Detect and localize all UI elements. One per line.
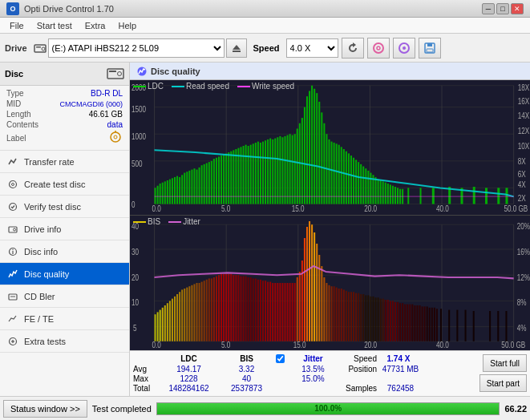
svg-rect-227 bbox=[206, 280, 208, 341]
svg-point-13 bbox=[118, 72, 122, 76]
svg-rect-299 bbox=[382, 299, 384, 341]
speed-select[interactable]: 4.0 X bbox=[286, 38, 338, 58]
svg-rect-98 bbox=[235, 149, 237, 204]
svg-rect-140 bbox=[338, 145, 340, 204]
svg-rect-320 bbox=[434, 308, 435, 341]
svg-rect-105 bbox=[253, 143, 254, 204]
chart-title: Disc quality bbox=[151, 67, 200, 76]
svg-rect-310 bbox=[409, 305, 411, 341]
bis-col-header: BIS bbox=[220, 354, 273, 363]
svg-rect-155 bbox=[375, 177, 377, 204]
jitter-checkbox[interactable] bbox=[274, 354, 285, 363]
max-jitter: 15.0% bbox=[287, 374, 339, 383]
svg-rect-84 bbox=[201, 165, 203, 204]
svg-rect-68 bbox=[162, 183, 164, 204]
eject-button[interactable] bbox=[226, 38, 247, 58]
toolbar: Drive (E:) ATAPI iHBS212 2 5L09 Speed 4.… bbox=[0, 34, 530, 63]
svg-rect-158 bbox=[382, 181, 384, 204]
disc-button[interactable] bbox=[367, 38, 390, 59]
minimize-button[interactable]: ─ bbox=[482, 3, 495, 14]
status-window-button[interactable]: Status window >> bbox=[3, 400, 87, 418]
svg-text:5: 5 bbox=[133, 323, 137, 333]
save-button[interactable] bbox=[419, 38, 441, 59]
nav-extra-tests[interactable]: Extra tests bbox=[0, 330, 129, 353]
jitter-check-input[interactable] bbox=[276, 354, 285, 363]
nav-disc-quality[interactable]: Disc quality bbox=[0, 263, 129, 285]
svg-rect-80 bbox=[191, 170, 192, 204]
svg-text:4X: 4X bbox=[518, 180, 526, 189]
svg-rect-255 bbox=[274, 283, 276, 341]
position-value: 47731 MB bbox=[378, 365, 423, 374]
bottom-legend: BIS Jitter bbox=[133, 217, 200, 226]
left-panel: Disc Type BD-R DL MID CMCMAGDI6 (000) Le… bbox=[0, 63, 130, 396]
mid-label: MID bbox=[6, 99, 21, 108]
cd-bler-icon bbox=[6, 290, 19, 303]
svg-rect-217 bbox=[181, 289, 183, 341]
nav-transfer-rate[interactable]: Transfer rate bbox=[0, 151, 129, 173]
svg-rect-269 bbox=[309, 221, 310, 341]
svg-rect-280 bbox=[336, 288, 338, 341]
close-button[interactable]: ✕ bbox=[511, 3, 524, 14]
svg-rect-263 bbox=[294, 283, 296, 341]
svg-rect-129 bbox=[311, 86, 313, 204]
menu-help[interactable]: Help bbox=[111, 19, 143, 32]
svg-rect-323 bbox=[448, 310, 450, 341]
nav-fe-te[interactable]: FE / TE bbox=[0, 308, 129, 330]
menu-file[interactable]: File bbox=[3, 19, 30, 32]
svg-rect-322 bbox=[440, 309, 442, 341]
svg-rect-237 bbox=[230, 274, 232, 341]
svg-rect-264 bbox=[297, 277, 298, 341]
drive-select[interactable]: (E:) ATAPI iHBS212 2 5L09 bbox=[48, 38, 225, 58]
svg-marker-3 bbox=[233, 45, 241, 50]
svg-rect-253 bbox=[269, 282, 271, 341]
svg-rect-148 bbox=[358, 162, 359, 204]
svg-rect-79 bbox=[188, 171, 190, 204]
max-label: Max bbox=[133, 374, 157, 383]
read-speed-legend-line bbox=[172, 86, 184, 87]
svg-rect-241 bbox=[240, 277, 241, 341]
menu-starttest[interactable]: Start test bbox=[30, 19, 79, 32]
menu-extra[interactable]: Extra bbox=[79, 19, 112, 32]
svg-rect-220 bbox=[188, 286, 190, 341]
svg-text:15.0: 15.0 bbox=[292, 204, 305, 213]
svg-rect-125 bbox=[301, 118, 303, 204]
nav-cd-bler[interactable]: CD Bler bbox=[0, 285, 129, 308]
speed-value-header: 1.74 X bbox=[378, 354, 419, 363]
drive-icon bbox=[34, 42, 47, 55]
svg-rect-89 bbox=[213, 159, 215, 204]
start-part-button[interactable]: Start part bbox=[479, 374, 527, 392]
svg-rect-139 bbox=[336, 143, 338, 204]
nav-disc-info[interactable]: Disc info bbox=[0, 240, 129, 263]
label-icon bbox=[108, 131, 123, 145]
svg-rect-270 bbox=[311, 224, 313, 341]
svg-rect-274 bbox=[321, 266, 322, 341]
disc-header: Disc bbox=[0, 63, 129, 86]
nav-create-test-disc[interactable]: Create test disc bbox=[0, 173, 129, 196]
svg-rect-305 bbox=[397, 302, 399, 341]
contents-value: data bbox=[107, 120, 123, 129]
svg-rect-69 bbox=[164, 181, 166, 204]
type-label: Type bbox=[6, 89, 24, 98]
svg-rect-106 bbox=[255, 143, 257, 204]
svg-rect-117 bbox=[281, 137, 283, 204]
burn-button[interactable] bbox=[393, 38, 415, 59]
position-label: Position bbox=[341, 365, 377, 374]
svg-text:12X: 12X bbox=[518, 126, 530, 135]
svg-rect-267 bbox=[304, 238, 305, 341]
avg-ldc: 194.17 bbox=[159, 365, 219, 374]
stats-controls: Start full Start part bbox=[479, 354, 527, 392]
svg-rect-10 bbox=[427, 43, 432, 46]
ldc-col-header: LDC bbox=[159, 354, 219, 363]
svg-rect-262 bbox=[292, 283, 293, 341]
svg-rect-230 bbox=[213, 277, 215, 341]
write-speed-legend: Write speed bbox=[237, 82, 294, 91]
nav-verify-test-disc[interactable]: Verify test disc bbox=[0, 196, 129, 218]
speed-header-label: Speed bbox=[341, 354, 377, 363]
start-full-button[interactable]: Start full bbox=[483, 354, 527, 372]
svg-text:16X: 16X bbox=[518, 95, 530, 105]
svg-rect-223 bbox=[196, 283, 197, 341]
nav-drive-info[interactable]: Drive info bbox=[0, 218, 129, 240]
maximize-button[interactable]: □ bbox=[496, 3, 509, 14]
refresh-button[interactable] bbox=[342, 38, 364, 59]
svg-rect-246 bbox=[253, 278, 254, 341]
